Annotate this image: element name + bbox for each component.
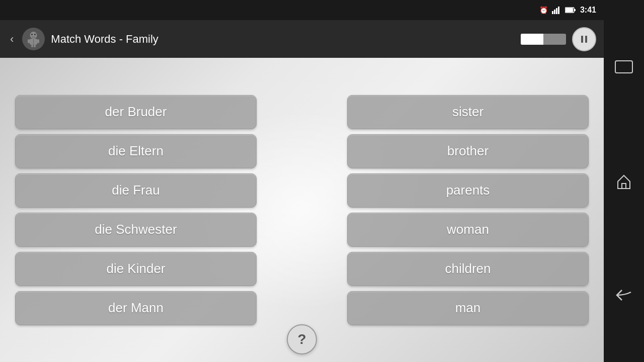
app-icon bbox=[22, 28, 45, 50]
svg-point-8 bbox=[31, 34, 33, 35]
english-word-5[interactable]: children bbox=[347, 252, 589, 286]
svg-rect-16 bbox=[34, 45, 36, 47]
english-word-2[interactable]: brother bbox=[347, 134, 589, 168]
signal-icon bbox=[552, 6, 561, 14]
svg-rect-0 bbox=[552, 11, 553, 14]
english-word-1[interactable]: sister bbox=[347, 95, 589, 129]
svg-rect-2 bbox=[556, 8, 557, 14]
battery-icon bbox=[565, 7, 576, 14]
english-word-3[interactable]: parents bbox=[347, 173, 589, 208]
german-word-1[interactable]: der Bruder bbox=[15, 95, 257, 129]
home-button[interactable] bbox=[611, 168, 636, 194]
landscape-button[interactable] bbox=[611, 54, 636, 79]
help-button[interactable]: ? bbox=[287, 324, 317, 354]
app-title: Match Words - Family bbox=[51, 33, 515, 46]
english-word-4[interactable]: woman bbox=[347, 213, 589, 247]
svg-rect-5 bbox=[566, 8, 573, 12]
svg-rect-3 bbox=[558, 7, 559, 14]
svg-point-9 bbox=[34, 34, 36, 35]
svg-rect-15 bbox=[31, 45, 33, 47]
svg-rect-6 bbox=[574, 9, 576, 11]
back-nav-button[interactable] bbox=[611, 283, 636, 308]
game-area: der Bruder sister die Eltern brother die… bbox=[0, 58, 604, 362]
svg-rect-18 bbox=[585, 36, 587, 43]
german-word-6[interactable]: der Mann bbox=[15, 291, 257, 325]
progress-bar-fill bbox=[521, 34, 543, 45]
german-word-5[interactable]: die Kinder bbox=[15, 252, 257, 286]
german-word-4[interactable]: die Schwester bbox=[15, 213, 257, 247]
svg-rect-1 bbox=[554, 10, 555, 14]
svg-rect-14 bbox=[37, 39, 39, 43]
svg-rect-17 bbox=[581, 36, 583, 43]
status-bar: ⏰ 3:41 bbox=[0, 0, 604, 20]
german-word-3[interactable]: die Frau bbox=[15, 173, 257, 208]
alarm-icon: ⏰ bbox=[539, 6, 548, 14]
progress-bar bbox=[521, 34, 566, 45]
main-screen: ⏰ 3:41 ‹ bbox=[0, 0, 604, 362]
word-grid: der Bruder sister die Eltern brother die… bbox=[15, 95, 589, 325]
svg-rect-10 bbox=[32, 37, 35, 38]
pause-button[interactable] bbox=[572, 27, 596, 51]
svg-point-7 bbox=[30, 32, 37, 39]
english-word-6[interactable]: man bbox=[347, 291, 589, 325]
status-time: 3:41 bbox=[580, 6, 596, 15]
svg-rect-13 bbox=[28, 39, 30, 43]
side-navigation bbox=[604, 0, 644, 362]
german-word-2[interactable]: die Eltern bbox=[15, 134, 257, 168]
back-button[interactable]: ‹ bbox=[8, 30, 16, 48]
svg-rect-20 bbox=[622, 184, 626, 189]
top-bar: ‹ Match Words - Family bbox=[0, 20, 604, 58]
svg-rect-19 bbox=[615, 61, 632, 73]
